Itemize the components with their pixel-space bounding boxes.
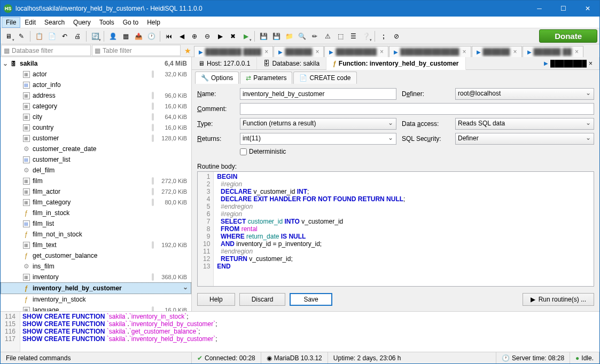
tree-item[interactable]: ▦address96,0 KiB <box>1 90 191 101</box>
tree-item[interactable]: ▦film_actor272,0 KiB <box>1 186 191 197</box>
sqlsec-select[interactable]: Definer <box>455 133 594 145</box>
tree-item[interactable]: ▦inventory368,0 KiB <box>1 272 191 282</box>
subtab-options[interactable]: 🔧Options <box>195 72 239 84</box>
tb-snippet[interactable]: 📁 <box>283 30 295 42</box>
run-routine-button[interactable]: ▶Run routine(s) ... <box>523 293 594 306</box>
definer-select[interactable]: root@localhost <box>455 88 594 100</box>
tab-close-icon[interactable]: × <box>380 48 384 56</box>
subtab-parameters[interactable]: ⇄Parameters <box>240 72 292 84</box>
tree-item[interactable]: ƒfilm_not_in_stock <box>1 229 191 240</box>
tb-time[interactable]: 🕐 <box>145 30 157 42</box>
tb-session[interactable]: 🖥 <box>3 30 14 42</box>
tree-item[interactable]: ▦film272,0 KiB <box>1 176 191 186</box>
subtab-create[interactable]: 📄CREATE code <box>293 72 356 84</box>
database-filter[interactable]: ▦ Database filter <box>1 45 91 56</box>
tree-item[interactable]: ▦actor32,0 KiB <box>1 69 191 80</box>
menu-query[interactable]: Query <box>69 17 95 28</box>
tree-item[interactable]: ▦language16,0 KiB <box>1 305 191 311</box>
name-input[interactable] <box>240 88 396 100</box>
session-tab[interactable]: ▶█████████× <box>324 46 388 57</box>
tb-saveall[interactable]: 💾 <box>270 30 282 42</box>
sql-log[interactable]: 114115116117 SHOW CREATE FUNCTION `sakil… <box>1 311 599 352</box>
session-tab[interactable]: ▶██████× <box>274 46 324 57</box>
returns-select[interactable]: int(11) <box>240 133 396 145</box>
tb-find[interactable]: 🔍 <box>296 30 308 42</box>
menu-search[interactable]: Search <box>40 17 69 28</box>
close-button[interactable]: ✕ <box>575 1 599 17</box>
tb-user[interactable]: 👤 <box>107 30 119 42</box>
tb-export[interactable]: 📤 <box>133 30 144 42</box>
tb-format[interactable]: ☰ <box>347 30 359 42</box>
table-filter[interactable]: ▦ Table filter <box>92 45 181 56</box>
type-select[interactable]: Function (returns a result) <box>240 118 396 130</box>
tree-item[interactable]: ▦country16,0 KiB <box>1 122 191 133</box>
tb-remove[interactable]: ⊖ <box>201 30 213 42</box>
tb-vars[interactable]: ⬚ <box>334 30 346 42</box>
tab-host[interactable]: 🖥Host: 127.0.0.1 <box>192 57 257 69</box>
dataaccess-select[interactable]: Reads SQL data <box>455 118 594 130</box>
tb-run[interactable]: ▶ <box>240 30 252 42</box>
tb-semicolon[interactable]: ; <box>378 30 389 42</box>
minimize-button[interactable]: ─ <box>527 1 551 17</box>
tb-first[interactable]: ⏮ <box>163 30 175 42</box>
tb-paste[interactable]: 📄 <box>46 30 58 42</box>
tb-copy[interactable]: 📋 <box>33 30 45 42</box>
tree-item[interactable]: ▤film_list <box>1 218 191 229</box>
discard-button[interactable]: Discard <box>239 293 286 306</box>
tree-item[interactable]: ▤customer_list <box>1 154 191 165</box>
session-tab[interactable]: ▶██████× <box>472 46 522 57</box>
tree-item[interactable]: ƒinventory_in_stock <box>1 294 191 305</box>
session-tab[interactable]: ▶█████████████× <box>389 46 471 57</box>
session-tab[interactable]: ▶████████ ████× <box>194 46 273 57</box>
tree-item[interactable]: ƒinventory_held_by_customer <box>1 282 191 294</box>
tb-save[interactable]: 💾 <box>258 30 269 42</box>
tb-next[interactable]: ▶ <box>214 30 226 42</box>
tree-item[interactable]: ▦category16,0 KiB <box>1 101 191 112</box>
tree-db-node[interactable]: ⌄ 🗄 sakila 6,4 MiB <box>1 58 191 69</box>
tb-prev[interactable]: ◀ <box>176 30 188 42</box>
maximize-button[interactable]: ☐ <box>551 1 575 17</box>
tree-item[interactable]: ⚙customer_create_date <box>1 144 191 154</box>
donate-button[interactable]: Donate <box>539 29 597 43</box>
tb-cancel[interactable]: ✖ <box>227 30 239 42</box>
session-tab[interactable]: ▶██████ ██× <box>523 46 583 57</box>
save-button[interactable]: Save <box>290 293 332 306</box>
tb-stop[interactable]: ⊘ <box>391 30 402 42</box>
menu-edit[interactable]: Edit <box>20 17 40 28</box>
deterministic-checkbox[interactable]: Deterministic <box>240 148 396 155</box>
tab-database[interactable]: 🗄Database: sakila <box>257 57 326 69</box>
session-tab-overflow[interactable]: ▶████████× <box>466 57 599 69</box>
tb-table[interactable]: ▦ <box>120 30 131 42</box>
tab-close-icon[interactable]: × <box>315 48 319 56</box>
tab-close-icon[interactable]: × <box>513 48 517 56</box>
tree-item[interactable]: ▤actor_info <box>1 80 191 90</box>
menu-file[interactable]: File <box>2 17 20 28</box>
favorites-toggle[interactable]: ★ <box>181 44 194 57</box>
editor-code[interactable]: BEGIN #region DECLARE v_customer_id INT;… <box>214 172 408 286</box>
tree-item[interactable]: ⚙ins_film <box>1 261 191 272</box>
tb-add[interactable]: ⊕ <box>189 30 200 42</box>
tb-print[interactable]: 🖨 <box>72 30 83 42</box>
routine-body-editor[interactable]: 12345678910111213 BEGIN #region DECLARE … <box>197 171 594 287</box>
tb-refresh[interactable]: 🔄 <box>89 30 101 42</box>
tree-item[interactable]: ƒfilm_in_stock <box>1 208 191 218</box>
help-button[interactable]: Help <box>197 293 235 306</box>
tree-item[interactable]: ▦customer128,0 KiB <box>1 133 191 144</box>
database-tree[interactable]: ⌄ 🗄 sakila 6,4 MiB ▦actor32,0 KiB▤actor_… <box>1 57 192 311</box>
tab-close-icon[interactable]: × <box>575 48 579 56</box>
tree-item[interactable]: ▦film_category80,0 KiB <box>1 197 191 208</box>
tb-warn[interactable]: ⚠ <box>322 30 333 42</box>
tab-close-icon[interactable]: × <box>264 48 268 56</box>
tree-item[interactable]: ▦city64,0 KiB <box>1 112 191 122</box>
tb-help[interactable]: ❔ <box>360 30 372 42</box>
menu-goto[interactable]: Go to <box>119 17 143 28</box>
tb-new[interactable]: ✎ <box>15 30 27 42</box>
tb-undo[interactable]: ↶ <box>59 30 71 42</box>
tree-item[interactable]: ƒget_customer_balance <box>1 250 191 261</box>
tab-function[interactable]: ƒFunction: inventory_held_by_customer <box>326 57 465 70</box>
tb-replace[interactable]: ✏ <box>309 30 321 42</box>
tab-close-icon[interactable]: × <box>462 48 466 56</box>
comment-input[interactable] <box>240 103 594 115</box>
menu-tools[interactable]: Tools <box>95 17 119 28</box>
tree-item[interactable]: ▦film_text192,0 KiB <box>1 240 191 250</box>
